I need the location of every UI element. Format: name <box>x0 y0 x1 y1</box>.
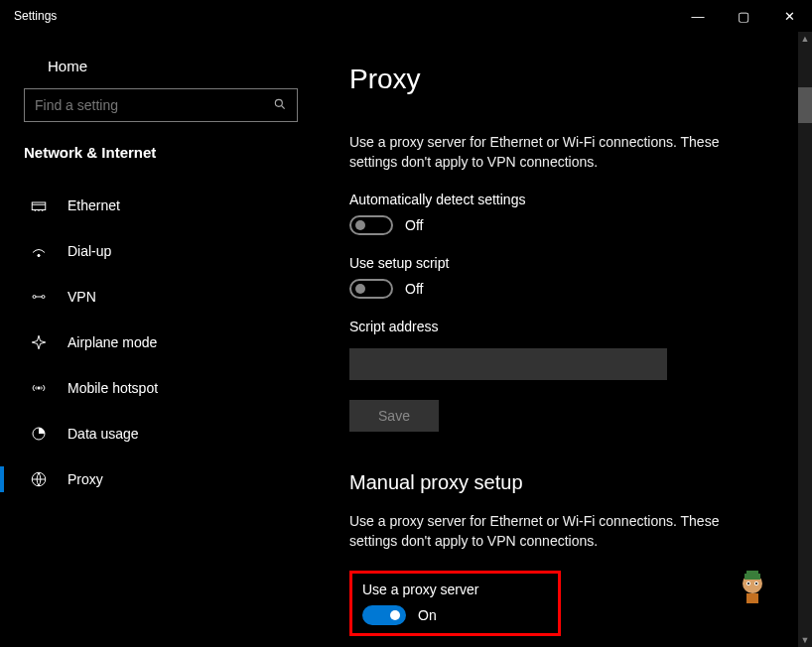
sidebar-item-label: Data usage <box>68 426 139 442</box>
svg-point-13 <box>747 582 749 584</box>
sidebar: Home Network & Internet Ethernet Dial-up <box>0 32 320 647</box>
hotspot-icon <box>30 379 48 397</box>
setup-script-toggle[interactable] <box>349 279 393 299</box>
minimize-button[interactable]: — <box>675 0 721 32</box>
sidebar-section-title: Network & Internet <box>0 144 320 183</box>
window-controls: — ▢ ✕ <box>675 0 812 32</box>
ethernet-icon <box>30 196 48 214</box>
home-label: Home <box>48 58 87 74</box>
use-proxy-toggle[interactable] <box>362 605 406 625</box>
svg-rect-15 <box>746 593 758 603</box>
sidebar-item-proxy[interactable]: Proxy <box>0 456 320 502</box>
search-box[interactable] <box>24 88 298 122</box>
sidebar-item-label: Proxy <box>68 471 103 487</box>
highlight-annotation: Use a proxy server On <box>349 571 561 636</box>
airplane-icon <box>30 333 48 351</box>
proxy-description: Use a proxy server for Ethernet or Wi-Fi… <box>349 133 766 172</box>
save-button[interactable]: Save <box>349 400 439 432</box>
svg-point-5 <box>38 387 40 389</box>
setup-script-state: Off <box>405 281 423 297</box>
svg-rect-1 <box>32 202 46 210</box>
datausage-icon <box>30 425 48 443</box>
sidebar-item-label: Ethernet <box>68 197 120 213</box>
sidebar-item-datausage[interactable]: Data usage <box>0 411 320 456</box>
search-icon <box>273 97 287 114</box>
svg-rect-10 <box>746 571 758 575</box>
sidebar-item-dialup[interactable]: Dial-up <box>0 228 320 274</box>
close-button[interactable]: ✕ <box>766 0 812 32</box>
manual-description: Use a proxy server for Ethernet or Wi-Fi… <box>349 512 766 551</box>
main-content: ▲ ▼ Proxy Use a proxy server for Etherne… <box>320 32 812 647</box>
vpn-icon <box>30 288 48 306</box>
scrollbar[interactable]: ▲ ▼ <box>798 32 812 647</box>
sidebar-item-airplane[interactable]: Airplane mode <box>0 320 320 365</box>
sidebar-item-label: Mobile hotspot <box>68 380 158 396</box>
scroll-thumb[interactable] <box>798 87 812 123</box>
svg-point-0 <box>275 99 282 106</box>
manual-setup-title: Manual proxy setup <box>349 471 790 494</box>
auto-detect-toggle[interactable] <box>349 215 393 235</box>
use-proxy-state: On <box>418 607 437 623</box>
titlebar: Settings — ▢ ✕ <box>0 0 812 32</box>
sidebar-item-hotspot[interactable]: Mobile hotspot <box>0 365 320 411</box>
sidebar-item-label: Dial-up <box>68 243 111 259</box>
search-input[interactable] <box>35 97 273 113</box>
sidebar-item-ethernet[interactable]: Ethernet <box>0 183 320 228</box>
auto-detect-label: Automatically detect settings <box>349 192 790 207</box>
sidebar-nav: Ethernet Dial-up VPN Airplane mode Mobil… <box>0 183 320 502</box>
maximize-button[interactable]: ▢ <box>721 0 766 32</box>
sidebar-item-label: Airplane mode <box>68 334 157 350</box>
setup-script-label: Use setup script <box>349 255 790 271</box>
use-proxy-label: Use a proxy server <box>362 582 478 597</box>
auto-detect-state: Off <box>405 217 423 233</box>
svg-point-3 <box>33 296 36 299</box>
scroll-up-icon[interactable]: ▲ <box>798 32 812 46</box>
dialup-icon <box>30 242 48 260</box>
avatar <box>733 568 772 607</box>
proxy-icon <box>30 470 48 488</box>
svg-point-4 <box>42 296 45 299</box>
page-title: Proxy <box>349 64 790 95</box>
scroll-down-icon[interactable]: ▼ <box>798 633 812 647</box>
svg-point-2 <box>38 254 40 256</box>
svg-point-14 <box>755 582 757 584</box>
sidebar-item-label: VPN <box>68 289 96 305</box>
script-address-label: Script address <box>349 319 790 334</box>
window-title: Settings <box>14 9 57 23</box>
script-address-input[interactable] <box>349 348 667 380</box>
home-link[interactable]: Home <box>0 48 320 88</box>
sidebar-item-vpn[interactable]: VPN <box>0 274 320 320</box>
